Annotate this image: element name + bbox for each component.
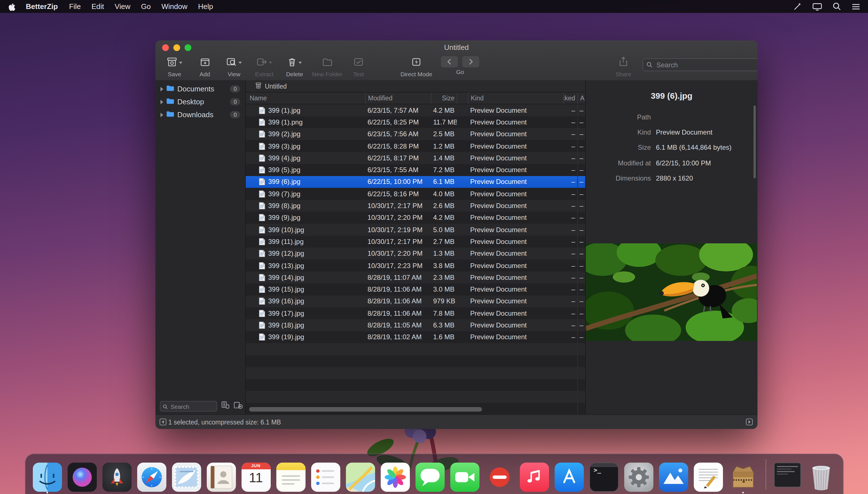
column-size[interactable]: Size [431, 93, 457, 104]
view-button[interactable]: View [222, 56, 246, 77]
test-button[interactable]: Test [347, 56, 370, 77]
file-row[interactable]: 399 (17).jpg 8/28/19, 11:06 AM 7.8 MB Pr… [246, 307, 585, 319]
file-row[interactable]: 399 (3).jpg 6/22/15, 8:28 PM 1.2 MB Prev… [246, 140, 585, 152]
menu-item[interactable]: Edit [91, 2, 104, 11]
notes-dock-icon[interactable] [276, 462, 305, 492]
go-forward-button[interactable] [462, 56, 480, 68]
finder-dock-icon[interactable] [33, 462, 62, 492]
file-row[interactable]: 399 (16).jpg 8/28/19, 11:06 AM 979 KB Pr… [246, 296, 585, 307]
file-row[interactable]: 399 (15).jpg 8/28/19, 11:06 AM 3.0 MB Pr… [246, 283, 585, 296]
file-row[interactable]: 399 (14).jpg 8/28/19, 11:07 AM 2.3 MB Pr… [246, 271, 585, 283]
file-row[interactable]: 399 (6).jpg 6/22/15, 10:00 PM 6.1 MB Pre… [246, 176, 585, 188]
add-button[interactable]: Add [192, 56, 217, 77]
contacts-dock-icon[interactable] [206, 462, 236, 492]
messages-dock-icon[interactable] [415, 462, 444, 492]
minimized-window-thumbnail[interactable] [774, 462, 801, 492]
file-row[interactable]: 399 (10).jpg 10/30/17, 2:19 PM 5.0 MB Pr… [246, 224, 585, 236]
share-button[interactable]: Share [612, 56, 634, 77]
file-row[interactable]: 399 (7).jpg 6/22/15, 8:16 PM 4.0 MB Prev… [246, 188, 585, 200]
mail-dock-icon[interactable] [172, 462, 201, 492]
sidebar-folder-item[interactable]: Downloads 0 [155, 108, 245, 121]
file-row[interactable]: 399 (12).jpg 10/30/17, 2:20 PM 1.3 MB Pr… [246, 248, 585, 260]
do-not-enter-dock-icon[interactable] [485, 462, 514, 492]
delete-button[interactable]: Delete [282, 56, 307, 77]
facetime-dock-icon[interactable] [450, 462, 479, 492]
image-document-icon [259, 214, 265, 222]
wand-icon[interactable] [793, 2, 802, 11]
apple-menu[interactable] [8, 2, 16, 11]
save-button[interactable]: Save [162, 56, 187, 77]
music-dock-icon[interactable] [520, 462, 549, 492]
sidebar-folder-item[interactable]: Documents 0 [155, 82, 245, 95]
file-row[interactable]: 399 (4).jpg 6/22/15, 8:17 PM 1.4 MB Prev… [246, 152, 585, 164]
image-document-icon [259, 262, 265, 269]
column-attributes[interactable]: A [577, 93, 585, 104]
info-vertical-scrollbar[interactable] [754, 106, 756, 178]
merge-archives-icon[interactable] [221, 401, 229, 412]
go-back-button[interactable] [441, 56, 458, 68]
new-folder-button[interactable]: New Folder [309, 56, 345, 77]
menu-item[interactable]: View [115, 2, 130, 11]
mountain-app-dock-icon[interactable] [659, 462, 688, 492]
reminders-dock-icon[interactable] [311, 462, 340, 492]
file-row[interactable]: 399 (9).jpg 10/30/17, 2:20 PM 4.2 MB Pre… [246, 212, 585, 224]
info-fields: Path Kind Preview Document Size 6.1 MB (… [586, 109, 757, 186]
sidebar-folder-item[interactable]: Desktop 0 [155, 95, 245, 108]
calendar-dock-icon[interactable]: JUN 11 [241, 462, 271, 492]
file-row[interactable]: 399 (2).jpg 6/23/15, 7:56 AM 2.5 MB Prev… [246, 128, 585, 140]
running-indicator [742, 492, 744, 493]
maps-dock-icon[interactable] [346, 462, 375, 492]
menu-item[interactable]: File [69, 2, 81, 11]
title-bar[interactable]: Untitled [155, 40, 757, 54]
file-row[interactable]: 399 (18).jpg 8/28/19, 11:05 AM 6.3 MB Pr… [246, 319, 585, 331]
menu-item[interactable]: Go [141, 2, 151, 11]
menu-item[interactable]: Window [161, 2, 187, 11]
column-kind[interactable]: Kind [468, 93, 563, 104]
horizontal-scrollbar[interactable] [249, 407, 482, 412]
menu-app-name[interactable]: BetterZip [26, 2, 58, 11]
terminal-dock-icon[interactable]: >_ [589, 462, 618, 492]
image-document-icon [259, 142, 265, 150]
split-archive-icon[interactable] [234, 401, 243, 412]
extract-button[interactable]: Extract [251, 56, 278, 77]
app-store-dock-icon[interactable] [554, 462, 584, 492]
sidebar-search-field[interactable] [160, 401, 217, 412]
siri-dock-icon[interactable] [67, 462, 96, 492]
breadcrumb[interactable]: Untitled [246, 80, 585, 93]
item-count-badge: 0 [230, 85, 240, 93]
toolbar-search-input[interactable] [655, 60, 756, 69]
menu-item[interactable]: Help [198, 2, 213, 11]
toggle-info-panel-button[interactable] [746, 418, 753, 425]
trash-dock-icon[interactable] [806, 462, 835, 492]
system-preferences-dock-icon[interactable] [624, 462, 653, 492]
column-modified[interactable]: Modified [365, 93, 431, 104]
info-field-row: Size 6.1 MB (6,144,864 bytes) [586, 140, 757, 156]
disclosure-triangle-icon[interactable] [161, 87, 163, 91]
direct-mode-button[interactable]: Direct Mode [398, 56, 435, 77]
image-document-icon [259, 274, 265, 282]
launchpad-dock-icon[interactable] [102, 462, 131, 492]
image-preview-toucan[interactable] [586, 243, 757, 341]
file-row[interactable]: 399 (19).jpg 8/28/19, 11:02 AM 1.6 MB Pr… [246, 331, 585, 343]
file-row[interactable]: 399 (5).jpg 6/23/15, 7:55 AM 7.2 MB Prev… [246, 164, 585, 176]
sidebar-search-input[interactable] [169, 402, 214, 410]
photos-dock-icon[interactable] [381, 462, 410, 492]
file-row[interactable]: 399 (1).jpg 6/23/15, 7:57 AM 4.2 MB Prev… [246, 104, 585, 116]
display-icon[interactable] [812, 2, 822, 11]
spotlight-icon[interactable] [833, 2, 841, 11]
safari-dock-icon[interactable] [137, 462, 166, 492]
toolbar-search-field[interactable] [643, 58, 757, 71]
column-name[interactable]: Name [246, 93, 365, 104]
notification-center-icon[interactable] [852, 3, 860, 10]
file-row[interactable]: 399 (11).jpg 10/30/17, 2:17 PM 2.7 MB Pr… [246, 236, 585, 248]
file-row[interactable]: 399 (8).jpg 10/30/17, 2:17 PM 2.6 MB Pre… [246, 200, 585, 212]
file-row[interactable]: 399 (13).jpg 10/30/17, 2:23 PM 3.8 MB Pr… [246, 260, 585, 272]
disclosure-triangle-icon[interactable] [161, 112, 163, 117]
betterzip-window: Untitled Save Ad [155, 40, 757, 429]
betterzip-dock-icon[interactable] [728, 462, 757, 492]
toggle-sidebar-button[interactable] [159, 418, 167, 425]
column-packed[interactable]: Packed [563, 93, 577, 104]
textedit-dock-icon[interactable] [694, 462, 723, 492]
disclosure-triangle-icon[interactable] [161, 99, 163, 104]
file-row[interactable]: 399 (1).png 6/22/15, 8:25 PM 11.7 MB Pre… [246, 116, 585, 128]
